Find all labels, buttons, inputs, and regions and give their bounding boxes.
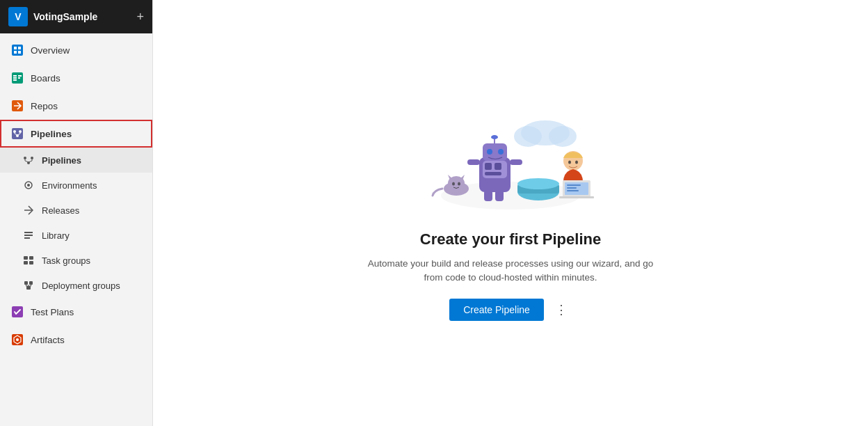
svg-point-36 (514, 126, 542, 147)
pipelines-sub-label: Pipelines (42, 155, 81, 166)
empty-state-actions: Create Pipeline ⋮ (449, 299, 572, 321)
overview-label: Overview (31, 45, 70, 56)
sidebar: V VotingSample + Overview (0, 0, 153, 426)
svg-point-14 (19, 130, 22, 133)
svg-point-16 (24, 157, 26, 159)
releases-icon (22, 204, 35, 216)
more-options-button[interactable]: ⋮ (551, 299, 572, 320)
svg-rect-55 (495, 190, 504, 201)
testplans-label: Test Plans (31, 307, 74, 317)
svg-point-37 (549, 126, 577, 147)
svg-rect-28 (24, 281, 28, 285)
svg-rect-23 (24, 237, 30, 239)
svg-point-40 (452, 182, 455, 185)
svg-rect-3 (14, 51, 17, 54)
empty-state-title: Create your first Pipeline (420, 230, 601, 248)
svg-rect-2 (18, 47, 21, 49)
svg-rect-9 (18, 75, 22, 77)
svg-rect-46 (485, 172, 501, 175)
empty-state-description: Automate your build and release processe… (364, 257, 657, 285)
svg-point-13 (13, 130, 16, 133)
svg-rect-4 (18, 51, 21, 54)
svg-point-20 (27, 184, 30, 187)
svg-rect-65 (567, 184, 581, 186)
empty-state: Create your first Pipeline Automate your… (364, 105, 657, 322)
svg-rect-67 (567, 190, 579, 191)
svg-rect-27 (29, 261, 33, 265)
svg-point-49 (498, 149, 504, 155)
pipelines-main-label: Pipelines (31, 129, 72, 139)
svg-rect-25 (29, 256, 33, 260)
svg-rect-64 (559, 196, 594, 198)
sidebar-item-environments[interactable]: Environments (0, 173, 152, 198)
svg-rect-22 (24, 235, 33, 236)
sidebar-item-pipelines-main[interactable]: Pipelines (0, 120, 152, 148)
sidebar-item-pipelines-sub[interactable]: Pipelines (0, 148, 152, 173)
pipeline-illustration (427, 105, 594, 216)
sidebar-header: V VotingSample + (0, 0, 152, 33)
library-label: Library (42, 230, 70, 241)
project-avatar: V (8, 7, 28, 26)
sidebar-item-artifacts[interactable]: Artifacts (0, 326, 152, 354)
sidebar-item-taskgroups[interactable]: Task groups (0, 248, 152, 273)
svg-rect-66 (567, 187, 577, 189)
boards-icon (11, 72, 24, 84)
repos-label: Repos (31, 101, 58, 111)
testplans-icon (11, 306, 24, 318)
svg-point-33 (16, 338, 19, 341)
svg-point-41 (458, 182, 460, 185)
taskgroups-icon (22, 254, 35, 267)
svg-rect-6 (13, 75, 17, 77)
sidebar-item-releases[interactable]: Releases (0, 198, 152, 223)
svg-point-17 (31, 157, 33, 159)
artifacts-icon (11, 333, 24, 346)
boards-label: Boards (31, 73, 61, 84)
main-content: Create your first Pipeline Automate your… (153, 0, 868, 426)
svg-rect-1 (14, 47, 17, 49)
create-pipeline-button[interactable]: Create Pipeline (449, 299, 544, 321)
svg-point-58 (517, 178, 559, 189)
environments-label: Environments (42, 180, 97, 191)
svg-rect-7 (13, 77, 17, 79)
taskgroups-label: Task groups (42, 255, 90, 266)
svg-point-61 (575, 160, 578, 164)
add-project-icon[interactable]: + (136, 10, 144, 24)
svg-rect-29 (29, 281, 33, 285)
svg-rect-53 (510, 159, 522, 165)
svg-rect-8 (13, 79, 17, 81)
artifacts-label: Artifacts (31, 335, 65, 345)
sidebar-nav: Overview Boards (0, 33, 152, 426)
deploymentgroups-label: Deployment groups (42, 281, 120, 291)
repos-icon (11, 100, 24, 112)
svg-rect-0 (12, 45, 23, 56)
pipelines-main-icon (11, 127, 24, 140)
svg-rect-26 (24, 261, 28, 265)
deploymentgroups-icon (22, 279, 35, 292)
svg-rect-52 (467, 159, 480, 165)
sidebar-item-repos[interactable]: Repos (0, 92, 152, 120)
sidebar-item-boards[interactable]: Boards (0, 64, 152, 92)
sidebar-item-deploymentgroups[interactable]: Deployment groups (0, 273, 152, 298)
svg-rect-54 (484, 190, 492, 201)
sidebar-item-overview[interactable]: Overview (0, 36, 152, 64)
svg-rect-45 (495, 163, 501, 170)
svg-rect-44 (485, 163, 492, 170)
svg-point-48 (487, 149, 492, 155)
svg-rect-24 (24, 256, 28, 260)
sidebar-item-testplans[interactable]: Test Plans (0, 298, 152, 326)
project-name: VotingSample (33, 11, 97, 22)
svg-rect-12 (12, 128, 23, 139)
svg-rect-21 (24, 232, 33, 233)
overview-icon (11, 44, 24, 56)
sidebar-item-library[interactable]: Library (0, 223, 152, 248)
svg-point-60 (568, 160, 571, 164)
svg-rect-30 (26, 286, 31, 290)
releases-label: Releases (42, 205, 79, 216)
pipelines-sub-icon (22, 154, 35, 166)
project-info[interactable]: V VotingSample (8, 7, 97, 26)
library-icon (22, 229, 35, 242)
svg-rect-10 (18, 77, 20, 79)
svg-point-51 (491, 135, 498, 139)
environments-icon (22, 179, 35, 191)
